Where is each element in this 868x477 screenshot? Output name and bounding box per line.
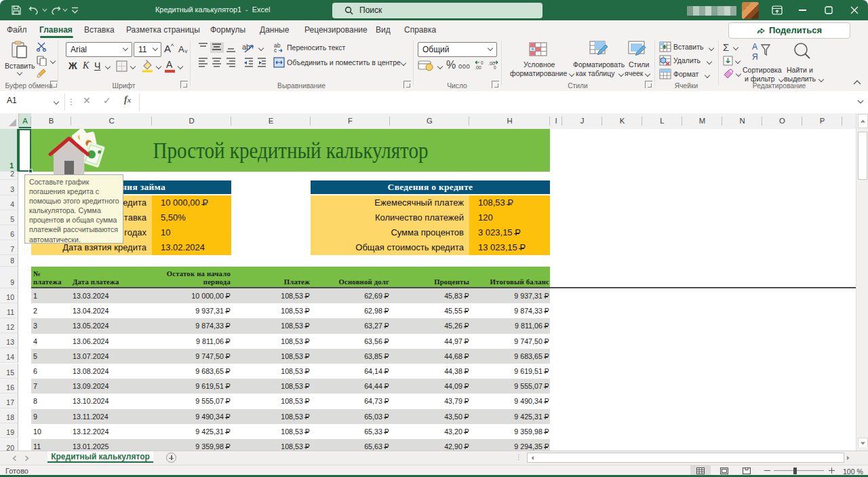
- svg-text:.00: .00: [475, 65, 481, 70]
- svg-text:0: 0: [494, 65, 496, 70]
- svg-text:Я: Я: [752, 52, 758, 62]
- svg-text:0: 0: [481, 60, 484, 65]
- svg-text:ab: ab: [242, 43, 250, 51]
- svg-text:А: А: [752, 42, 757, 52]
